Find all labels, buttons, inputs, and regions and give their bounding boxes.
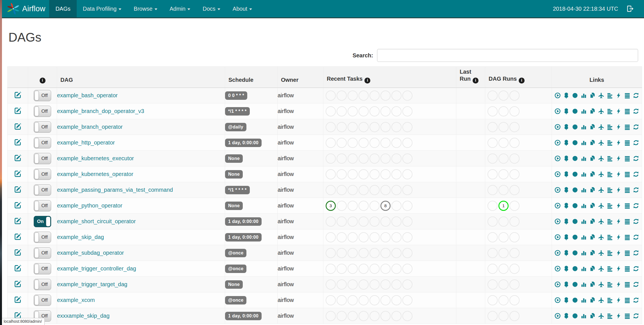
align-left-icon[interactable] bbox=[607, 281, 613, 288]
dag-pause-toggle[interactable]: Off bbox=[34, 279, 51, 290]
align-justify-icon[interactable] bbox=[624, 171, 631, 177]
status-circle[interactable] bbox=[359, 311, 369, 321]
duplicate-icon[interactable] bbox=[589, 187, 596, 193]
status-circle[interactable] bbox=[337, 232, 347, 242]
plane-icon[interactable] bbox=[598, 108, 604, 114]
edit-dag-icon[interactable] bbox=[14, 280, 22, 288]
starburst-icon[interactable] bbox=[572, 139, 578, 146]
status-circle[interactable] bbox=[487, 185, 498, 195]
header-last-run[interactable]: LastRuni bbox=[456, 67, 485, 88]
status-circle[interactable] bbox=[326, 122, 336, 132]
align-left-icon[interactable] bbox=[607, 218, 613, 225]
starburst-icon[interactable] bbox=[572, 92, 578, 99]
edit-dag-icon[interactable] bbox=[14, 249, 22, 256]
tree-icon[interactable] bbox=[563, 155, 570, 162]
info-icon[interactable]: i bbox=[40, 78, 46, 83]
align-left-icon[interactable] bbox=[607, 313, 613, 319]
info-icon[interactable]: i bbox=[364, 78, 370, 83]
status-circle[interactable]: 8 bbox=[380, 201, 391, 211]
duplicate-icon[interactable] bbox=[589, 281, 596, 288]
status-circle[interactable] bbox=[326, 185, 336, 195]
tree-icon[interactable] bbox=[563, 313, 570, 319]
dag-link[interactable]: example_trigger_target_dag bbox=[57, 281, 127, 287]
align-justify-icon[interactable] bbox=[624, 92, 631, 99]
play-circle-icon[interactable] bbox=[554, 265, 561, 272]
status-circle[interactable] bbox=[391, 248, 402, 258]
status-circle[interactable] bbox=[348, 295, 358, 305]
starburst-icon[interactable] bbox=[572, 202, 578, 209]
refresh-icon[interactable] bbox=[633, 187, 639, 193]
align-justify-icon[interactable] bbox=[624, 265, 631, 272]
status-circle[interactable] bbox=[348, 232, 358, 242]
align-left-icon[interactable] bbox=[607, 92, 613, 99]
status-circle[interactable] bbox=[509, 311, 520, 321]
duplicate-icon[interactable] bbox=[589, 297, 596, 303]
status-circle[interactable] bbox=[369, 295, 380, 305]
bar-chart-icon[interactable] bbox=[580, 250, 587, 256]
align-left-icon[interactable] bbox=[607, 265, 613, 272]
status-circle[interactable] bbox=[359, 216, 369, 227]
status-circle[interactable] bbox=[487, 216, 498, 227]
edit-dag-icon[interactable] bbox=[14, 170, 22, 177]
tree-icon[interactable] bbox=[563, 171, 570, 177]
refresh-icon[interactable] bbox=[633, 313, 639, 319]
flash-icon[interactable] bbox=[615, 265, 622, 272]
status-circle[interactable] bbox=[391, 264, 402, 274]
dag-link[interactable]: example_branch_dop_operator_v3 bbox=[57, 108, 144, 114]
starburst-icon[interactable] bbox=[572, 171, 578, 177]
status-circle[interactable] bbox=[402, 216, 412, 227]
flash-icon[interactable] bbox=[615, 187, 622, 193]
status-circle[interactable] bbox=[337, 264, 347, 274]
tree-icon[interactable] bbox=[563, 124, 570, 130]
edit-dag-icon[interactable] bbox=[14, 264, 22, 272]
align-left-icon[interactable] bbox=[607, 124, 613, 130]
status-circle[interactable] bbox=[326, 216, 336, 227]
status-circle[interactable] bbox=[380, 169, 391, 179]
dag-pause-toggle[interactable]: Off bbox=[34, 169, 51, 180]
nav-item-browse[interactable]: Browse bbox=[128, 0, 164, 17]
status-circle[interactable] bbox=[402, 201, 412, 211]
status-circle[interactable] bbox=[509, 232, 520, 242]
status-circle[interactable] bbox=[348, 106, 358, 116]
dag-pause-toggle[interactable]: Off bbox=[34, 200, 51, 211]
status-circle[interactable] bbox=[359, 201, 369, 211]
refresh-icon[interactable] bbox=[633, 124, 639, 130]
refresh-icon[interactable] bbox=[633, 281, 639, 288]
header-owner[interactable]: Owner bbox=[278, 67, 323, 88]
flash-icon[interactable] bbox=[615, 171, 622, 177]
status-circle[interactable] bbox=[359, 248, 369, 258]
status-circle[interactable] bbox=[498, 106, 509, 116]
status-circle[interactable] bbox=[391, 185, 402, 195]
refresh-icon[interactable] bbox=[633, 171, 639, 177]
status-circle[interactable] bbox=[509, 169, 520, 179]
status-circle[interactable] bbox=[487, 154, 498, 164]
plane-icon[interactable] bbox=[598, 313, 604, 319]
status-circle[interactable] bbox=[487, 122, 498, 132]
status-circle[interactable] bbox=[348, 311, 358, 321]
flash-icon[interactable] bbox=[615, 297, 622, 303]
dag-link[interactable]: example_bash_operator bbox=[57, 92, 118, 98]
status-circle[interactable] bbox=[348, 91, 358, 101]
status-circle[interactable] bbox=[391, 201, 402, 211]
bar-chart-icon[interactable] bbox=[580, 234, 587, 240]
status-circle[interactable] bbox=[391, 279, 402, 290]
status-circle[interactable] bbox=[509, 106, 520, 116]
status-circle[interactable] bbox=[337, 279, 347, 290]
duplicate-icon[interactable] bbox=[589, 250, 596, 256]
dag-pause-toggle[interactable]: Off bbox=[34, 90, 51, 101]
starburst-icon[interactable] bbox=[572, 234, 578, 240]
bar-chart-icon[interactable] bbox=[580, 187, 587, 193]
align-left-icon[interactable] bbox=[607, 139, 613, 146]
status-circle[interactable] bbox=[487, 264, 498, 274]
status-circle[interactable] bbox=[391, 138, 402, 148]
refresh-icon[interactable] bbox=[633, 155, 639, 162]
play-circle-icon[interactable] bbox=[554, 187, 561, 193]
status-circle[interactable] bbox=[337, 185, 347, 195]
status-circle[interactable] bbox=[326, 138, 336, 148]
dag-link[interactable]: example_branch_operator bbox=[57, 124, 123, 130]
status-circle[interactable] bbox=[498, 91, 509, 101]
status-circle[interactable] bbox=[348, 185, 358, 195]
status-circle[interactable] bbox=[498, 122, 509, 132]
status-circle[interactable] bbox=[391, 295, 402, 305]
status-circle[interactable] bbox=[326, 311, 336, 321]
